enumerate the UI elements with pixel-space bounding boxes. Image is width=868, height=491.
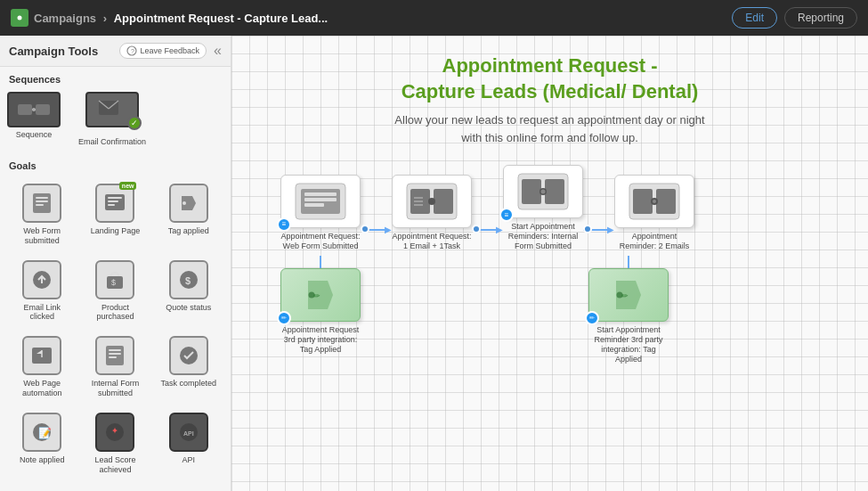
flow-node-1[interactable]: ≡ Appointment Request: Web Form Submitte… <box>280 175 361 251</box>
connector-dot <box>361 225 369 233</box>
flow-tag-2-wrapper: ✏ ✏ Start Appointment Reminder 3rd party… <box>588 256 669 364</box>
tag-applied-label: Tag applied <box>168 226 209 236</box>
internal-form-label: Internal Form submitted <box>84 379 146 398</box>
svg-rect-50 <box>522 179 541 204</box>
svg-rect-41 <box>304 203 324 207</box>
canvas-title: Appointment Request - Capture Leads (Med… <box>231 53 868 146</box>
sidebar-header: Campaign Tools ? Leave Feedback « <box>0 36 231 67</box>
email-confirmation-label: Email Confirmation <box>78 137 146 146</box>
arrow-3-4: ▶ <box>583 225 614 234</box>
sidebar-item-email-link[interactable]: Email Link clicked <box>7 255 77 328</box>
svg-rect-12 <box>36 200 48 202</box>
flow-node-2-box <box>392 175 472 228</box>
task-icon <box>169 336 208 375</box>
sidebar-item-api[interactable]: API API <box>154 407 223 480</box>
sequences-row: Sequence ✓ Email Confirmation <box>0 88 231 153</box>
sidebar-item-lead-score[interactable]: Lead Score achieved <box>80 407 150 480</box>
goals-section-title: Goals <box>0 153 231 175</box>
api-label: API <box>183 455 196 465</box>
note-icon: 📝 <box>22 413 61 452</box>
collapse-button[interactable]: « <box>214 43 222 59</box>
svg-point-18 <box>183 201 186 205</box>
flow-node-3[interactable]: ≡ Start Appointment Reminders: Internal … <box>503 165 583 250</box>
flow-tag-1-label: Appointment Request 3rd party integratio… <box>280 325 361 354</box>
canvas: Appointment Request - Capture Leads (Med… <box>231 36 868 491</box>
svg-rect-11 <box>36 197 48 199</box>
svg-rect-17 <box>108 204 115 206</box>
svg-point-58 <box>653 200 656 203</box>
sidebar-item-note[interactable]: 📝 Note applied <box>7 407 77 480</box>
svg-point-53 <box>541 190 546 194</box>
flow-diagram: ≡ Appointment Request: Web Form Submitte… <box>280 165 864 364</box>
lead-score-icon <box>95 413 134 452</box>
flow-node-4-box <box>614 175 694 228</box>
connector-dot-3 <box>583 225 592 233</box>
svg-rect-15 <box>108 197 122 199</box>
sidebar-header-right: ? Leave Feedback « <box>119 43 222 59</box>
flow-node-4[interactable]: Appointment Reminder: 2 Emails <box>614 175 694 251</box>
tag1-badge: ✏ <box>277 311 291 325</box>
svg-text:API: API <box>183 430 194 437</box>
sidebar-item-sequence[interactable]: Sequence <box>7 92 61 139</box>
landing-page-icon: new <box>95 184 134 223</box>
svg-point-6 <box>32 108 36 111</box>
product-purchased-label: Product purchased <box>84 303 146 323</box>
sidebar-item-landing-page[interactable]: new Landing Page <box>80 178 150 251</box>
svg-rect-55 <box>633 189 653 214</box>
sequence-label: Sequence <box>16 130 53 139</box>
edit-button[interactable]: Edit <box>732 7 777 29</box>
svg-rect-3 <box>18 104 32 115</box>
svg-text:$: $ <box>185 275 191 286</box>
sidebar-item-web-page[interactable]: Web Page automation <box>7 331 77 404</box>
breadcrumb: Campaigns › Appointment Request - Captur… <box>34 12 328 25</box>
svg-rect-39 <box>304 192 337 196</box>
quote-status-label: Quote status <box>166 303 211 313</box>
sidebar-item-product-purchased[interactable]: $ Product purchased <box>80 255 150 328</box>
product-purchased-icon: $ <box>95 260 134 299</box>
reporting-button[interactable]: Reporting <box>784 7 857 29</box>
svg-point-45 <box>428 198 435 205</box>
flow-tag-node-2-box: ✏ ✏ <box>588 268 669 322</box>
flow-tag-node-1[interactable]: ✏ ✏ Appointment Request 3rd party integr… <box>280 268 361 354</box>
node1-badge: ≡ <box>277 217 291 232</box>
sidebar-item-task[interactable]: Task completed <box>154 331 223 404</box>
flow-tag-node-1-box: ✏ ✏ <box>280 268 361 322</box>
web-form-icon <box>22 184 61 223</box>
sidebar-item-email-confirmation[interactable]: ✓ Email Confirmation <box>78 92 146 146</box>
sidebar-title: Campaign Tools <box>9 45 98 58</box>
tag2-badge: ✏ <box>585 311 599 325</box>
flow-tag-node-2[interactable]: ✏ ✏ Start Appointment Reminder 3rd party… <box>588 268 669 364</box>
email-link-icon <box>22 260 61 299</box>
sidebar-item-quote-status[interactable]: $ Quote status <box>154 255 223 328</box>
email-confirmation-icon: ✓ <box>85 92 139 127</box>
flow-bottom-row: ✏ ✏ Appointment Request 3rd party integr… <box>280 256 864 364</box>
web-form-label: Web Form submitted <box>11 226 73 246</box>
svg-rect-51 <box>545 179 564 204</box>
svg-text:✏: ✏ <box>621 291 629 300</box>
sidebar-item-tag-applied[interactable]: Tag applied <box>154 178 223 251</box>
goals-grid: Web Form submitted new Landing Page Tag … <box>0 175 231 487</box>
svg-point-0 <box>18 16 22 20</box>
flow-node-1-label: Appointment Request: Web Form Submitted <box>280 232 361 251</box>
connector-dot-2 <box>472 225 481 233</box>
svg-rect-13 <box>36 204 44 206</box>
email-link-label: Email Link clicked <box>11 303 73 323</box>
sequences-section-title: Sequences <box>0 67 231 88</box>
svg-rect-30 <box>109 356 117 358</box>
sidebar: Campaign Tools ? Leave Feedback « Sequen… <box>0 36 231 491</box>
tag-applied-icon <box>169 184 208 223</box>
leave-feedback-button[interactable]: ? Leave Feedback <box>119 43 207 59</box>
svg-text:📝: 📝 <box>38 426 52 439</box>
svg-rect-27 <box>106 346 124 365</box>
svg-text:?: ? <box>131 48 134 54</box>
flow-node-2[interactable]: Appointment Request: 1 Email + 1Task <box>392 175 472 251</box>
flow-node-4-label: Appointment Reminder: 2 Emails <box>614 232 694 251</box>
svg-rect-28 <box>109 349 121 351</box>
svg-rect-56 <box>656 189 676 214</box>
arrow-2-3: ▶ <box>472 225 503 234</box>
sidebar-item-internal-form[interactable]: Internal Form submitted <box>80 331 150 404</box>
flow-node-3-label: Start Appointment Reminders: Internal Fo… <box>503 222 583 250</box>
canvas-title-text: Appointment Request - Capture Leads (Med… <box>231 53 868 104</box>
feedback-icon: ? <box>126 45 137 56</box>
sidebar-item-web-form[interactable]: Web Form submitted <box>7 178 77 251</box>
